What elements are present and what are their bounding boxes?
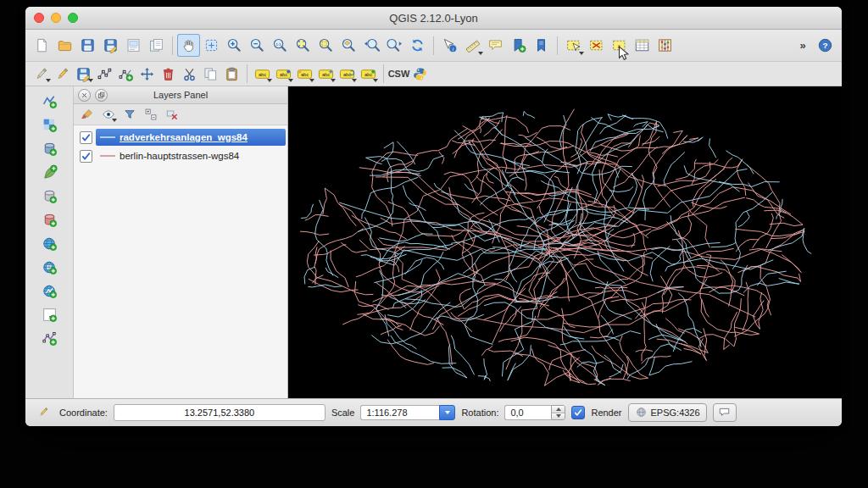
filter-legend-button[interactable] — [120, 106, 139, 124]
label-pin-button[interactable]: abc — [273, 64, 294, 84]
rotation-value[interactable]: 0,0 — [504, 405, 551, 420]
add-feature-icon — [118, 66, 134, 82]
cut-features-button[interactable] — [179, 64, 200, 84]
close-button[interactable] — [34, 13, 44, 23]
csw-search-button[interactable]: CSW — [388, 64, 409, 84]
add-raster-layer-button[interactable] — [38, 114, 61, 136]
traffic-lights — [34, 13, 78, 23]
scale-dropdown-button[interactable] — [439, 405, 455, 420]
rotation-spinner[interactable]: 0,0 — [504, 405, 565, 420]
coordinate-input[interactable]: 13.2571,52.3380 — [114, 404, 326, 421]
add-wms-layer-button[interactable] — [38, 232, 61, 255]
rotation-label: Rotation: — [461, 408, 498, 418]
delete-selected-button[interactable] — [158, 64, 179, 84]
scale-combo[interactable]: 1:116.278 — [360, 405, 455, 420]
open-project-button[interactable] — [53, 34, 76, 57]
layer-label[interactable]: berlin-hauptstrassen-wgs84 — [96, 147, 287, 164]
layer-item[interactable]: radverkehrsanlagen_wgs84 — [74, 128, 287, 147]
new-print-composer-button[interactable] — [122, 34, 145, 57]
open-attribute-table-button[interactable] — [631, 34, 654, 57]
layer-symbol — [100, 155, 115, 157]
touch-zoom-pan-button[interactable] — [200, 34, 223, 57]
label-properties-button[interactable]: abc — [358, 64, 379, 84]
new-project-button[interactable] — [31, 34, 53, 57]
save-layer-edits-button[interactable] — [73, 64, 94, 84]
zoom-in-button[interactable] — [223, 34, 246, 57]
help-button[interactable]: ? — [814, 34, 837, 57]
zoom-native-icon: 1:1 — [272, 37, 288, 53]
panel-close-button[interactable] — [78, 89, 91, 102]
composer-manager-button[interactable] — [145, 34, 168, 57]
add-vector-layer-button[interactable] — [38, 90, 61, 113]
add-mssql-layer-button[interactable] — [38, 185, 61, 208]
identify-features-button[interactable]: i — [438, 34, 461, 57]
measure-line-button[interactable] — [461, 34, 484, 57]
save-project-button[interactable] — [76, 34, 99, 57]
add-delimited-text-layer-button[interactable]: , — [38, 303, 61, 326]
zoom-window-button[interactable] — [68, 13, 78, 23]
label-rotate-button[interactable]: abc — [337, 64, 358, 84]
layer-name: radverkehrsanlagen_wgs84 — [120, 132, 248, 142]
deselect-features-button[interactable] — [585, 34, 608, 57]
save-project-as-button[interactable] — [99, 34, 122, 57]
zoom-to-layer-button[interactable] — [337, 34, 360, 57]
label-layer-button[interactable]: abc — [252, 64, 273, 84]
log-messages-button[interactable] — [713, 403, 737, 422]
scale-value[interactable]: 1:116.278 — [360, 405, 439, 420]
paste-features-button[interactable] — [221, 64, 242, 84]
coordinate-value: 13.2571,52.3380 — [185, 408, 255, 418]
expand-collapse-button[interactable] — [142, 106, 160, 124]
titlebar[interactable]: QGIS 2.12.0-Lyon — [25, 7, 842, 30]
rotation-down-button[interactable] — [552, 413, 565, 420]
label-move-button[interactable]: abc — [315, 64, 337, 84]
zoom-last-button[interactable] — [360, 34, 383, 57]
label-highlight-button[interactable]: abc — [294, 64, 315, 84]
move-feature-button[interactable] — [136, 64, 158, 84]
remove-layer-button[interactable] — [163, 106, 181, 124]
toggle-editing-button[interactable] — [52, 64, 73, 84]
toolbar-overflow-button[interactable]: » — [791, 34, 814, 57]
render-checkbox[interactable] — [571, 406, 585, 419]
zoom-full-button[interactable] — [292, 34, 314, 57]
add-wcs-layer-button[interactable] — [38, 256, 61, 279]
map-canvas[interactable] — [288, 86, 842, 398]
new-bookmark-button[interactable] — [507, 34, 530, 57]
select-by-expression-button[interactable]: ε — [608, 34, 631, 57]
select-features-button[interactable] — [562, 34, 585, 57]
layer-visibility-checkbox[interactable] — [80, 131, 92, 144]
node-tool-icon — [97, 66, 113, 82]
layer-item[interactable]: berlin-hauptstrassen-wgs84 — [74, 147, 287, 165]
add-feature-button[interactable] — [115, 64, 136, 84]
add-wfs-layer-button[interactable] — [38, 280, 61, 302]
layer-label[interactable]: radverkehrsanlagen_wgs84 — [96, 129, 286, 146]
add-oracle-layer-button[interactable] — [38, 208, 61, 231]
python-console-button[interactable] — [409, 64, 431, 84]
map-tips-button[interactable] — [484, 34, 507, 57]
coordinate-tracking-button[interactable] — [33, 403, 53, 422]
show-bookmarks-button[interactable] — [530, 34, 553, 57]
crs-status-button[interactable]: EPSG:4326 — [628, 403, 707, 422]
copy-features-button[interactable] — [200, 64, 221, 84]
field-calculator-button[interactable] — [654, 34, 676, 57]
zoom-next-button[interactable] — [383, 34, 406, 57]
rotation-up-button[interactable] — [552, 406, 565, 413]
add-spatialite-layer-button[interactable] — [38, 161, 61, 184]
refresh-map-button[interactable] — [406, 34, 429, 57]
zoom-to-selection-button[interactable] — [314, 34, 337, 57]
zoom-out-button[interactable] — [246, 34, 269, 57]
add-postgis-layer-button[interactable] — [38, 137, 61, 160]
node-tool-button[interactable] — [94, 64, 115, 84]
zoom-native-button[interactable]: 1:1 — [269, 34, 292, 57]
manage-visibility-button[interactable] — [99, 106, 118, 124]
open-layer-styling-button[interactable] — [78, 106, 97, 124]
dropdown-arrow-icon — [88, 79, 93, 82]
pan-map-button[interactable] — [177, 34, 200, 57]
identify-features-icon: i — [442, 37, 458, 53]
svg-text:abc: abc — [364, 71, 372, 76]
new-shapefile-layer-button[interactable] — [38, 327, 61, 350]
dropdown-arrow-icon — [309, 79, 314, 82]
layer-visibility-checkbox[interactable] — [80, 150, 92, 163]
minimize-button[interactable] — [51, 13, 61, 23]
panel-detach-button[interactable] — [95, 89, 108, 102]
current-edits-button[interactable] — [31, 64, 52, 84]
